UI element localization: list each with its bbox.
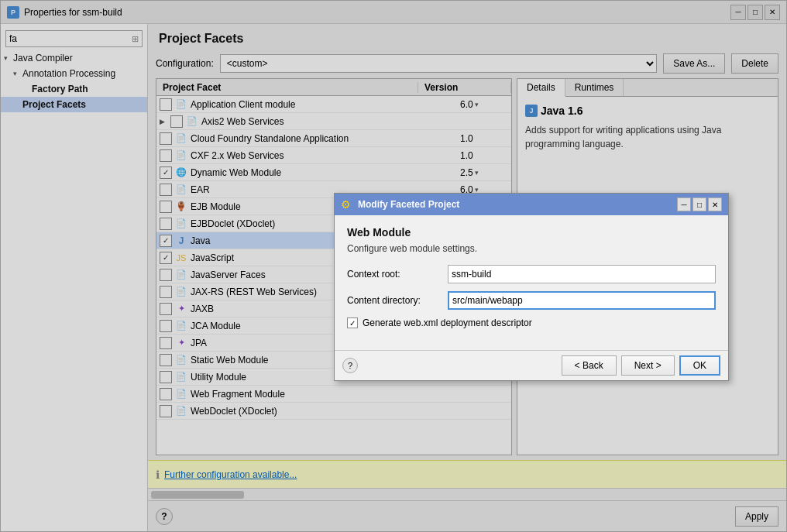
modal-section-title: Web Module (347, 226, 716, 239)
content-dir-input[interactable] (448, 291, 716, 310)
main-window: P Properties for ssm-build ─ □ ✕ ⊞ ▾ Jav… (0, 0, 787, 532)
generate-xml-label: Generate web.xml deployment descriptor (363, 317, 532, 328)
modal-overlay: ⚙ Modify Faceted Project ─ □ ✕ Web Modul… (1, 1, 786, 531)
modal-title-bar: ⚙ Modify Faceted Project ─ □ ✕ (335, 194, 728, 215)
modal-controls[interactable]: ─ □ ✕ (677, 197, 722, 211)
content-dir-label: Content directory: (347, 295, 448, 306)
content-dir-field: Content directory: (347, 291, 716, 310)
modal-body: Web Module Configure web module settings… (335, 215, 728, 350)
modal-help-button[interactable]: ? (342, 358, 358, 373)
modal-title-text: Modify Faceted Project (358, 199, 459, 210)
context-root-input[interactable] (448, 265, 716, 283)
back-button[interactable]: < Back (562, 355, 617, 376)
modal-maximize-button[interactable]: □ (692, 197, 706, 211)
context-root-label: Context root: (347, 269, 448, 280)
context-root-field: Context root: (347, 265, 716, 283)
modal-bottom-bar: ? < Back Next > OK (335, 350, 728, 380)
modal-actions: < Back Next > OK (562, 355, 720, 376)
generate-xml-row: Generate web.xml deployment descriptor (347, 317, 716, 328)
generate-xml-checkbox[interactable] (347, 317, 358, 328)
gear-icon: ⚙ (341, 198, 353, 211)
modal-title-left: ⚙ Modify Faceted Project (341, 198, 459, 211)
modal-minimize-button[interactable]: ─ (677, 197, 691, 211)
ok-button[interactable]: OK (679, 355, 720, 376)
modal-description: Configure web module settings. (347, 243, 716, 254)
modal-close-button[interactable]: ✕ (708, 197, 722, 211)
modal-window: ⚙ Modify Faceted Project ─ □ ✕ Web Modul… (334, 193, 729, 381)
next-button[interactable]: Next > (621, 355, 675, 376)
